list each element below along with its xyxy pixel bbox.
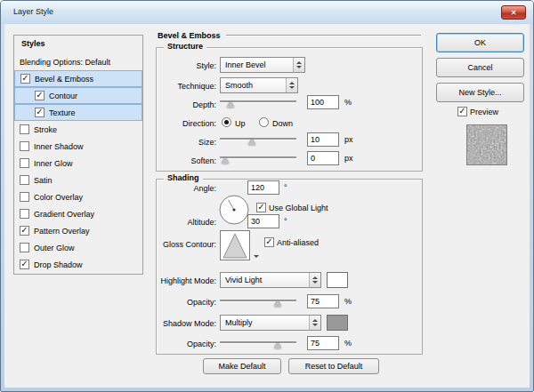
- styles-panel: Styles Blending Options: Default ✓ Bevel…: [13, 35, 143, 275]
- shadow-color-swatch[interactable]: [327, 315, 348, 331]
- highlight-opacity-label: Opacity:: [163, 298, 216, 307]
- checkbox[interactable]: ✓: [35, 91, 44, 100]
- depth-input[interactable]: [307, 95, 339, 109]
- sidebar-item-color-overlay[interactable]: Color Overlay: [14, 188, 142, 205]
- shadow-mode-select[interactable]: Multiply: [220, 315, 321, 331]
- style-select[interactable]: Inner Bevel: [220, 57, 305, 73]
- cancel-label: Cancel: [467, 63, 492, 72]
- check-icon: ✓: [458, 107, 465, 115]
- depth-unit: %: [344, 98, 352, 107]
- reset-to-default-button[interactable]: Reset to Default: [288, 358, 379, 374]
- sidebar-item-label: Drop Shadow: [34, 260, 83, 269]
- shadow-opacity-label: Opacity:: [163, 340, 216, 348]
- ok-label: OK: [474, 38, 486, 47]
- checkbox[interactable]: [20, 158, 29, 168]
- sidebar-item-contour[interactable]: ✓ Contour: [14, 87, 142, 104]
- sidebar-item-inner-shadow[interactable]: Inner Shadow: [14, 138, 142, 155]
- reset-to-default-label: Reset to Default: [305, 362, 363, 371]
- checkbox[interactable]: [20, 124, 29, 134]
- ok-button[interactable]: OK: [436, 33, 524, 52]
- close-button[interactable]: ✕: [501, 5, 526, 20]
- heading-rule: [226, 35, 421, 36]
- direction-down-radio[interactable]: [259, 117, 269, 127]
- structure-group-title: Structure: [164, 42, 206, 51]
- sidebar-item-label: Inner Shadow: [34, 142, 84, 151]
- sidebar-item-texture[interactable]: ✓ Texture: [14, 104, 142, 121]
- styles-header: Styles: [14, 36, 142, 53]
- highlight-opacity-slider[interactable]: [220, 297, 296, 307]
- highlight-color-swatch[interactable]: [327, 272, 348, 288]
- checkbox[interactable]: [20, 209, 29, 219]
- slider-thumb[interactable]: [227, 101, 234, 108]
- sidebar-item-inner-glow[interactable]: Inner Glow: [14, 155, 142, 172]
- gloss-contour-thumbnail[interactable]: [220, 230, 250, 260]
- sidebar-item-blending-options[interactable]: Blending Options: Default: [14, 53, 142, 70]
- make-default-label: Make Default: [218, 362, 265, 371]
- highlight-opacity-input[interactable]: [307, 294, 339, 308]
- depth-slider[interactable]: [220, 98, 296, 108]
- soften-unit: px: [344, 154, 353, 163]
- slider-thumb[interactable]: [248, 139, 255, 145]
- direction-label: Direction:: [163, 119, 216, 128]
- sidebar-item-label: Bevel & Emboss: [35, 75, 93, 84]
- sidebar-item-label: Inner Glow: [34, 159, 73, 168]
- sidebar-item-drop-shadow[interactable]: ✓ Drop Shadow: [14, 256, 142, 273]
- layer-style-dialog: Layer Style ✕ Styles Blending Options: D…: [0, 0, 534, 392]
- shadow-opacity-slider[interactable]: [220, 339, 296, 348]
- checkbox[interactable]: [20, 141, 29, 151]
- highlight-opacity-unit: %: [344, 297, 352, 306]
- gloss-contour-dropdown[interactable]: [252, 252, 261, 260]
- shadow-opacity-unit: %: [344, 339, 352, 348]
- check-icon: ✓: [20, 260, 28, 268]
- sidebar-item-stroke[interactable]: Stroke: [14, 121, 142, 138]
- checkbox[interactable]: [20, 243, 29, 252]
- shadow-mode-value: Multiply: [221, 318, 309, 327]
- angle-input[interactable]: [247, 180, 279, 195]
- checkbox[interactable]: [20, 175, 29, 185]
- sidebar-item-bevel-emboss[interactable]: ✓ Bevel & Emboss: [14, 70, 142, 87]
- size-slider[interactable]: [220, 135, 296, 145]
- panel-title-text: Bevel & Emboss: [158, 31, 221, 40]
- sidebar-item-outer-glow[interactable]: Outer Glow: [14, 239, 142, 256]
- use-global-light-checkbox[interactable]: ✓: [256, 203, 266, 212]
- sidebar-item-label: Contour: [49, 92, 77, 100]
- altitude-input[interactable]: [247, 214, 279, 228]
- technique-select[interactable]: Smooth: [220, 77, 298, 93]
- slider-thumb[interactable]: [274, 300, 281, 307]
- make-default-button[interactable]: Make Default: [203, 358, 281, 374]
- check-icon: ✓: [265, 237, 272, 245]
- highlight-mode-select[interactable]: Vivid Light: [220, 272, 321, 288]
- check-icon: ✓: [257, 203, 264, 211]
- shadow-opacity-input[interactable]: [307, 336, 339, 350]
- preview-checkbox[interactable]: ✓: [457, 107, 467, 116]
- checkbox[interactable]: ✓: [35, 108, 44, 117]
- sidebar-item-gradient-overlay[interactable]: Gradient Overlay: [14, 205, 142, 222]
- cancel-button[interactable]: Cancel: [436, 58, 524, 77]
- new-style-button[interactable]: New Style...: [436, 83, 524, 102]
- texture-preview-graphic: [467, 125, 507, 165]
- soften-input[interactable]: [307, 151, 339, 165]
- angle-dial-graphic: [218, 194, 250, 226]
- anti-aliased-checkbox[interactable]: ✓: [264, 237, 274, 247]
- checkbox[interactable]: ✓: [20, 226, 29, 236]
- checkbox[interactable]: ✓: [20, 260, 29, 269]
- slider-track: [220, 341, 296, 343]
- direction-up-radio[interactable]: [222, 117, 231, 127]
- direction-down-label: Down: [272, 119, 293, 128]
- size-input[interactable]: [307, 132, 339, 147]
- angle-dial[interactable]: [218, 194, 250, 226]
- soften-slider[interactable]: [220, 154, 296, 164]
- use-global-light-label: Use Global Light: [269, 204, 328, 212]
- checkbox[interactable]: ✓: [20, 74, 30, 84]
- sidebar-item-pattern-overlay[interactable]: ✓ Pattern Overlay: [14, 222, 142, 239]
- sidebar-item-label: Blending Options: Default: [20, 58, 110, 67]
- slider-thumb[interactable]: [274, 342, 281, 348]
- check-icon: ✓: [21, 74, 28, 82]
- slider-thumb[interactable]: [222, 157, 229, 164]
- depth-label: Depth:: [163, 100, 216, 109]
- slider-track: [220, 138, 296, 140]
- preview-label: Preview: [470, 108, 498, 116]
- close-icon: ✕: [511, 9, 517, 17]
- checkbox[interactable]: [20, 192, 29, 202]
- sidebar-item-satin[interactable]: Satin: [14, 172, 142, 188]
